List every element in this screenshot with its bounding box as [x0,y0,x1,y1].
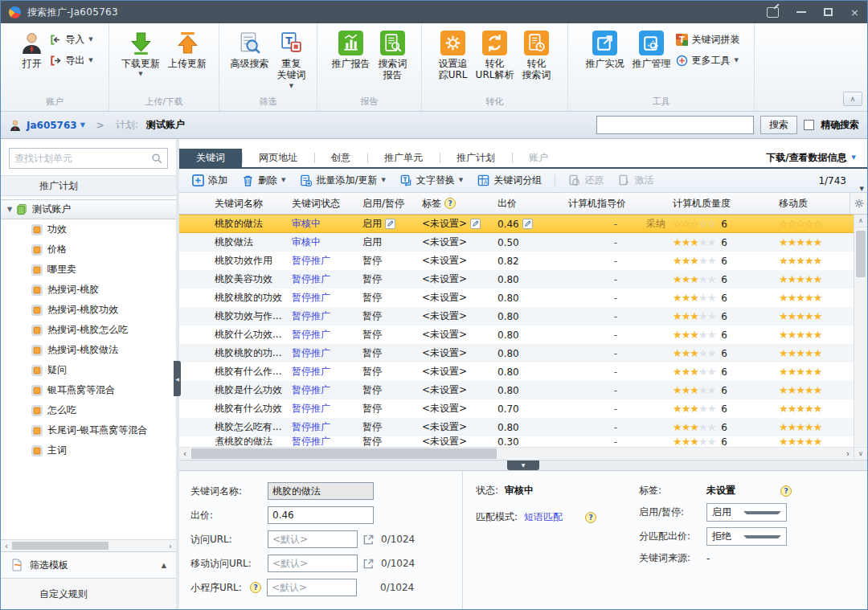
export-button[interactable]: 导出 ▼ [49,54,92,68]
sidebar-collapse-tab[interactable]: ◀ [174,361,181,396]
row-handle-cell[interactable] [195,307,210,325]
keyword-row[interactable]: 桃胶桃胶的功...暂停推广暂停<未设置>0.80-★★★★★6★★★★★ [179,344,854,362]
feedback-icon[interactable] [767,7,779,18]
tab-关键词[interactable]: 关键词 [179,149,242,167]
col-quality[interactable]: 计算机质量度 [668,193,774,214]
ribbon-collapse-button[interactable]: ∧ [843,92,862,106]
col-mobile-quality[interactable]: 移动质 [774,193,850,214]
edit-icon[interactable] [522,219,533,229]
account-link[interactable]: Ja605763 [27,120,77,131]
keyword-row[interactable]: 桃胶是什么功效暂停推广暂停<未设置>0.80-★★★★★6★★★★★ [179,381,854,399]
col-keyword-name[interactable]: 关键词名称 [210,193,287,214]
tab-网页地址[interactable]: 网页地址 [242,149,314,167]
row-select-cell[interactable] [179,344,195,362]
keyword-row[interactable]: 煮桃胶的做法暂停推广暂停<未设置>0.30-★★★★★6★★★★★ [179,436,854,447]
keyword-row[interactable]: 桃胶功效与作...暂停推广暂停<未设置>0.80-★★★★★6★★★★★ [179,307,854,325]
keyword-row[interactable]: 桃胶怎么吃有...暂停推广暂停<未设置>0.80-★★★★★6★★★★★ [179,418,854,436]
import-button[interactable]: 导入 ▼ [49,33,92,47]
keyword-name-input[interactable] [268,482,374,500]
maximize-button[interactable] [824,8,833,16]
row-select-cell[interactable] [179,418,195,436]
vertical-scroll-thumb[interactable] [856,231,866,277]
match-mode-help-icon[interactable]: ? [585,512,596,523]
download-view-data-link[interactable]: 下载/查看数据信息 ▼ [766,149,867,167]
keyword-row[interactable]: 桃胶做法审核中启用<未设置>0.50-★★★★★6★★★★★ [179,233,854,252]
row-select-cell[interactable] [179,399,195,418]
row-select-cell[interactable] [179,270,195,289]
download-caret-icon[interactable]: ▼ [138,72,142,77]
exact-search-checkbox[interactable] [804,120,814,130]
close-button[interactable]: × [850,7,859,18]
edit-icon[interactable] [385,219,395,229]
row-select-cell[interactable] [179,252,195,270]
vertical-scrollbar[interactable]: ∧ [854,215,867,447]
delete-caret-icon[interactable]: ▼ [281,178,285,183]
col-guide-price[interactable]: 计算机指导价 [563,193,668,214]
col-onoff[interactable]: 启用/暂停 [358,193,417,214]
conversion-search-terms-button[interactable]: 转化 搜索词 [518,28,554,84]
plan-search-box[interactable] [9,148,168,169]
account-caret-icon[interactable]: ▼ [80,121,85,129]
expander-icon[interactable]: ▼ [7,206,12,213]
col-price[interactable]: 出价 [493,193,563,214]
sidebar-scroll-left[interactable]: ‹ [1,541,12,551]
open-mobile-url-icon[interactable] [362,558,375,570]
duplicate-caret-icon[interactable]: ▼ [289,84,293,89]
tab-推广单元[interactable]: 推广单元 [367,149,440,167]
plan-item[interactable]: 银耳燕窝等混合 [1,380,176,400]
plan-item[interactable]: 长尾词-银耳燕窝等混合 [1,420,176,440]
text-replace-button[interactable]: T 文字替换 ▼ [395,174,468,187]
custom-rules-bar[interactable]: 自定义规则 [1,578,176,609]
adopt-link[interactable]: 采纳 [646,217,665,231]
tag-help-icon[interactable]: ? [444,198,456,209]
keyword-row[interactable]: 桃胶的做法审核中启用<未设置>0.46-采纳☆☆☆☆☆6☆☆☆☆☆ [179,215,854,233]
detail-collapse-tab[interactable]: ▼ [507,461,539,470]
more-tools-button[interactable]: 更多工具 ▼ [676,54,740,68]
keyword-row[interactable]: 桃胶功效作用暂停推广暂停<未设置>0.82-★★★★★6★★★★★ [179,252,854,270]
conversion-url-button[interactable]: 转化 URL解析 [473,28,518,84]
row-select-cell[interactable] [179,307,195,325]
col-status[interactable]: 关键词状态 [287,193,358,214]
upload-update-button[interactable]: 上传更新 [165,28,210,72]
template-collapse-icon[interactable]: ▲ [162,562,166,569]
column-settings-gear[interactable] [850,193,867,214]
horizontal-scroll-thumb[interactable] [191,448,497,459]
filter-template-bar[interactable]: 筛选模板 ▲ [1,551,176,578]
row-handle-cell[interactable] [195,252,210,270]
scroll-down-button[interactable]: ∨ [854,448,867,460]
row-select-cell[interactable] [179,215,195,232]
page-caret-icon[interactable]: ▼ [860,186,864,192]
mobile-url-input[interactable] [268,555,358,572]
promo-live-button[interactable]: 推广实况 [583,28,628,72]
row-handle-cell[interactable] [195,344,210,362]
plan-item[interactable]: 功效 [1,219,176,239]
open-button[interactable]: 打开 [16,28,47,72]
keyword-row[interactable]: 桃胶有什么功效暂停推广暂停<未设置>0.70-★★★★★6★★★★★ [179,399,854,418]
row-select-cell[interactable] [179,436,195,447]
row-handle-cell[interactable] [195,233,210,252]
add-button[interactable]: 添加 [187,174,232,187]
match-mode-link[interactable]: 短语匹配 [524,510,563,524]
tab-创意[interactable]: 创意 [314,149,367,167]
plan-item[interactable]: 热搜词-桃胶做法 [1,340,176,360]
batch-add-update-button[interactable]: 批量添加/更新 ▼ [295,174,390,187]
global-search-input[interactable] [596,116,754,134]
search-button[interactable]: 搜索 [760,116,797,134]
keyword-row[interactable]: 桃胶有什么作...暂停推广暂停<未设置>0.80-★★★★★6★★★★★ [179,362,854,381]
plan-search-input[interactable] [14,153,151,164]
plan-item[interactable]: 怎么吃 [1,400,176,420]
set-tracking-url-button[interactable]: 设置追 踪URL [436,28,471,84]
sidebar-scroll-right[interactable]: › [165,541,176,551]
row-handle-cell[interactable] [195,215,210,232]
minimize-button[interactable] [796,11,806,13]
price-input[interactable] [268,506,374,524]
miniapp-help-icon[interactable]: ? [250,582,261,593]
miniapp-url-input[interactable] [267,579,357,596]
import-caret-icon[interactable]: ▼ [88,37,92,43]
row-handle-cell[interactable] [195,436,210,447]
sidebar-scroll-thumb[interactable] [12,542,108,550]
edit-icon[interactable] [470,219,481,229]
promo-report-button[interactable]: 推广报告 [329,28,374,72]
open-url-icon[interactable] [362,534,375,546]
download-update-button[interactable]: 下载更新 ▼ [118,28,163,80]
